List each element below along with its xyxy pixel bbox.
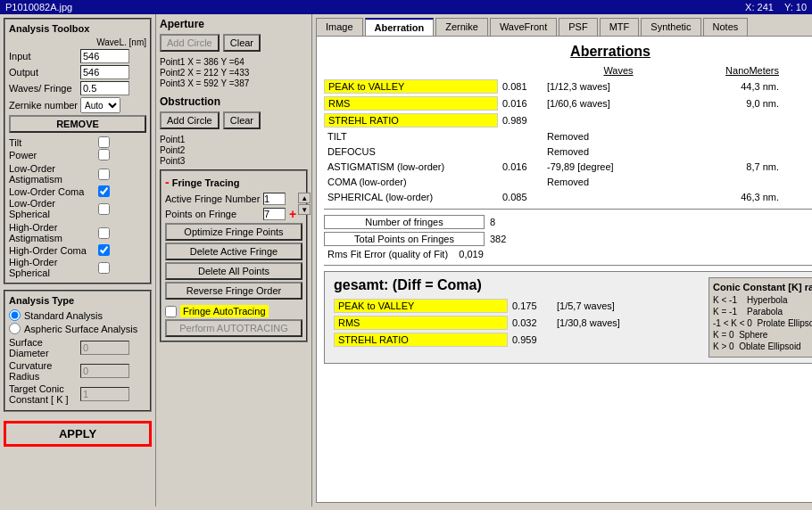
g-ptv-value: 0.175: [512, 300, 557, 311]
ptv-value: 0.081: [502, 81, 547, 92]
rms-nm: 9,0 nm.: [690, 98, 779, 109]
analysis-type-title: Analysis Type: [9, 295, 146, 306]
fringes-num-row: Number of fringes 8: [324, 215, 812, 229]
add-circle-button2[interactable]: Add Circle: [160, 111, 220, 129]
high-coma-checkbox[interactable]: [98, 244, 110, 256]
astig-value: 0.016: [502, 161, 547, 172]
rms-waves: [1/60,6 waves]: [547, 98, 690, 109]
tab-wavefront[interactable]: WaveFront: [490, 18, 557, 36]
low-sph-label: Low-Order Spherical: [9, 198, 98, 219]
surf-diam-field[interactable]: [80, 341, 129, 355]
scroll-up-button[interactable]: ▲: [298, 193, 311, 203]
active-fringe-field[interactable]: [263, 193, 286, 205]
strehl-value: 0.989: [502, 115, 547, 126]
defocus-label: DEFOCUS: [324, 145, 498, 158]
fringes-pts-row: Total Points on Fringes 382: [324, 232, 812, 246]
aspheric-radio[interactable]: [9, 323, 21, 334]
rms-value: 0.016: [502, 98, 547, 109]
add-circle-button[interactable]: Add Circle: [160, 34, 220, 52]
delete-active-btn[interactable]: Delete Active Fringe: [165, 243, 302, 260]
fringe-section: - Fringe Tracing Active Fringe Number Po…: [160, 169, 308, 342]
g-rms-label: RMS: [334, 316, 508, 330]
power-checkbox[interactable]: [98, 149, 110, 160]
tab-psf[interactable]: PSF: [559, 18, 597, 36]
ptv-label: PEAK to VALLEY: [324, 79, 498, 94]
high-sph-checkbox[interactable]: [98, 262, 110, 274]
low-coma-checkbox[interactable]: [98, 185, 110, 197]
target-conic-field[interactable]: [80, 387, 129, 401]
clear-button[interactable]: Clear: [223, 34, 261, 52]
plus-button[interactable]: +: [289, 207, 296, 221]
clear-button2[interactable]: Clear: [223, 111, 261, 129]
aber-row-tilt: TILT Removed: [324, 130, 812, 143]
point3-text: Point3 X = 592 Y =387: [160, 78, 308, 88]
aperture-section: Aperture Add Circle Clear Point1 X = 386…: [160, 18, 308, 88]
coma-label: COMA (low-order): [324, 176, 498, 188]
tab-synthetic[interactable]: Synthetic: [641, 18, 700, 36]
tilt-checkbox[interactable]: [98, 136, 110, 148]
low-sph-checkbox[interactable]: [98, 203, 110, 215]
conic-row-2: K = -1 Parabola: [713, 307, 812, 317]
g-ptv-waves: [1/5,7 waves]: [557, 300, 700, 311]
fringe-title: - Fringe Tracing: [165, 175, 302, 189]
tab-content: Aberrations Waves NanoMeters PEAK to VAL…: [316, 36, 812, 503]
points-fringe-field[interactable]: [263, 208, 286, 220]
zernike-select[interactable]: Auto: [80, 97, 120, 113]
low-ast-label: Low-Order Astigmatism: [9, 163, 98, 185]
aber-row-ptv: PEAK to VALLEY 0.081 [1/12,3 waves] 44,3…: [324, 79, 812, 94]
total-points-value: 382: [490, 234, 506, 244]
tab-image[interactable]: Image: [316, 18, 363, 36]
ptv-nm: 44,3 nm.: [690, 81, 779, 92]
high-coma-label: High-Order Coma: [9, 245, 98, 256]
apply-button[interactable]: APPLY: [4, 421, 152, 447]
standard-label: Standard Analysis: [24, 310, 103, 321]
optimize-btn[interactable]: Optimize Fringe Points: [165, 223, 302, 241]
astig-label: ASTIGMATISM (low-order): [324, 160, 498, 173]
filename: P1010082A.jpg: [5, 2, 72, 12]
tilt-aber-label: TILT: [324, 130, 498, 143]
coma-waves: Removed: [547, 177, 690, 187]
scroll-down-button[interactable]: ▼: [298, 204, 311, 215]
conic-title: Conic Constant [K] range: [713, 282, 812, 292]
strehl-label: STREHL RATIO: [324, 113, 498, 128]
sph-label: SPHERICAL (low-order): [324, 191, 498, 203]
perform-autotracing-btn[interactable]: Perform AUTOTRACING: [165, 319, 302, 337]
obs-point2: Point2: [160, 145, 308, 155]
low-coma-label: Low-Order Coma: [9, 186, 98, 197]
reverse-btn[interactable]: Reverse Fringe Order: [165, 282, 302, 300]
tab-aberration[interactable]: Aberration: [365, 18, 435, 36]
high-ast-checkbox[interactable]: [98, 227, 110, 239]
astig-waves: -79,89 [degree]: [547, 161, 690, 172]
g-strehl-label: STREHL RATIO: [334, 333, 508, 347]
output-field[interactable]: [80, 65, 129, 79]
num-fringes-value: 8: [490, 217, 495, 227]
curv-rad-label: Curvature Radius: [9, 360, 80, 382]
remove-button[interactable]: REMOVE: [9, 115, 146, 133]
gesamt-section: gesamt: (Diff = Coma) PEAK to VALLEY 0.1…: [324, 271, 812, 364]
low-ast-checkbox[interactable]: [98, 169, 110, 180]
curv-rad-field[interactable]: [80, 364, 129, 378]
tab-notes[interactable]: Notes: [703, 18, 749, 36]
aber-row-defocus: DEFOCUS Removed: [324, 145, 812, 158]
surf-diam-label: Surface Diameter: [9, 337, 80, 358]
aperture-title: Aperture: [160, 18, 308, 30]
astig-nm: 8,7 nm.: [690, 161, 779, 172]
tilt-waves: Removed: [547, 131, 690, 142]
delete-all-btn[interactable]: Delete All Points: [165, 262, 302, 280]
num-fringes-label: Number of fringes: [324, 215, 485, 229]
autotracing-checkbox[interactable]: [165, 306, 177, 317]
ptv-waves: [1/12,3 waves]: [547, 81, 690, 92]
g-ptv-label: PEAK to VALLEY: [334, 299, 508, 313]
waves-header: Waves: [547, 65, 690, 76]
tab-zernike[interactable]: Zernike: [435, 18, 488, 36]
input-field[interactable]: [80, 49, 129, 63]
obs-point1: Point1: [160, 135, 308, 144]
title-bar: P1010082A.jpg X: 241 Y: 10: [0, 0, 812, 14]
rms-label: RMS: [324, 96, 498, 111]
divider1: [324, 209, 812, 210]
conic-constant-box: Conic Constant [K] range K < -1 Hyperbol…: [708, 277, 812, 358]
waves-fringe-field[interactable]: [80, 81, 129, 95]
standard-radio[interactable]: [9, 309, 21, 321]
gesamt-title: gesamt: (Diff = Coma): [334, 277, 700, 293]
tab-mtf[interactable]: MTF: [600, 18, 640, 36]
